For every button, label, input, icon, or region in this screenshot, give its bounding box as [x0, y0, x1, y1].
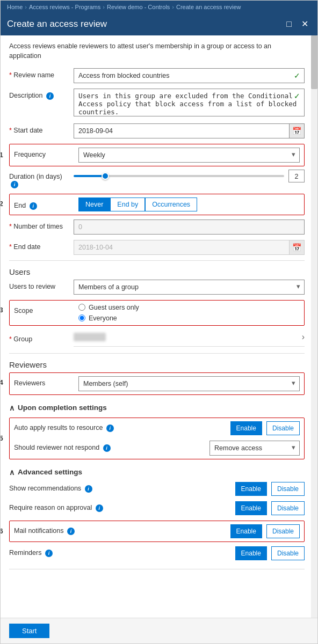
start-date-input-wrapper: 📅 — [74, 123, 305, 138]
reviewers-select[interactable]: Members (self) Selected users Group owne… — [78, 376, 300, 391]
show-rec-enable-button[interactable]: Enable — [235, 482, 267, 496]
duration-slider-track[interactable] — [74, 175, 284, 177]
scope-guest-radio[interactable] — [78, 304, 85, 311]
users-to-review-row: Users to review Members of a group Assig… — [9, 280, 305, 295]
reminders-disable-button[interactable]: Disable — [271, 546, 305, 560]
auto-apply-disable-button[interactable]: Disable — [266, 421, 300, 435]
should-reviewer-select[interactable]: Remove access Approve access Take recomm… — [209, 441, 300, 456]
intro-text: Access reviews enable reviewers to attes… — [9, 42, 305, 61]
mail-enable-button[interactable]: Enable — [230, 524, 262, 538]
breadcrumb-home[interactable]: Home — [7, 4, 23, 10]
start-date-calendar-icon[interactable]: 📅 — [290, 123, 305, 138]
reminders-info-icon[interactable]: i — [45, 550, 53, 557]
frequency-box: Frequency Weekly Daily Monthly Quarterly… — [9, 144, 305, 166]
end-section: 2 End i Never End by Occurrences — [9, 194, 305, 215]
scrollbar-thumb[interactable] — [311, 35, 317, 89]
duration-label: Duration (in days) i — [9, 170, 74, 188]
end-box: End i Never End by Occurrences — [9, 194, 305, 215]
review-name-row: * Review name ✓ — [9, 68, 305, 83]
bottom-divider — [9, 569, 305, 569]
frequency-select[interactable]: Weekly Daily Monthly Quarterly Annually — [78, 148, 300, 163]
minimize-button[interactable]: □ — [284, 18, 294, 30]
require-reason-info-icon[interactable]: i — [96, 504, 103, 512]
end-label: End i — [14, 199, 78, 210]
scrollbar-track — [311, 35, 317, 618]
reminders-label: Reminders i — [9, 549, 231, 557]
form-content: Access reviews enable reviewers to attes… — [1, 35, 317, 618]
end-occurrences-button[interactable]: Occurrences — [145, 197, 197, 211]
duration-info-icon[interactable]: i — [11, 181, 18, 188]
require-reason-row: Require reason on approval i Enable Disa… — [9, 501, 305, 515]
description-input[interactable]: Users in this group are excluded from th… — [74, 89, 305, 116]
page-title: Create an access review — [7, 19, 107, 30]
review-name-input-wrapper: ✓ — [74, 68, 305, 83]
reviewers-divider — [9, 353, 305, 354]
end-by-button[interactable]: End by — [110, 197, 145, 211]
advanced-header[interactable]: ∧ Advanced settings — [9, 468, 305, 477]
end-date-calendar-icon[interactable]: 📅 — [290, 240, 305, 255]
review-name-input[interactable] — [74, 68, 305, 83]
mail-notifications-row: Mail notifications i Enable Disable — [14, 524, 300, 538]
frequency-select-wrapper: Weekly Daily Monthly Quarterly Annually — [78, 148, 300, 163]
number-badge-4: 4 — [1, 379, 3, 386]
show-recommendations-info-icon[interactable]: i — [85, 485, 92, 493]
group-selector[interactable]: › — [74, 332, 305, 347]
end-date-row: * End date 📅 — [9, 240, 305, 255]
description-check-icon: ✓ — [294, 92, 300, 100]
should-reviewer-info-icon[interactable]: i — [103, 444, 111, 452]
close-button[interactable]: ✕ — [299, 18, 311, 30]
description-info-icon[interactable]: i — [46, 92, 54, 100]
start-date-field: 📅 — [74, 123, 305, 138]
end-never-button[interactable]: Never — [78, 197, 110, 211]
scope-everyone-label[interactable]: Everyone — [89, 314, 117, 322]
users-to-review-select[interactable]: Members of a group Assigned to an applic… — [74, 280, 305, 295]
breadcrumb-programs[interactable]: Access reviews - Programs — [29, 4, 100, 10]
start-button[interactable]: Start — [9, 624, 49, 638]
require-reason-enable-button[interactable]: Enable — [235, 501, 267, 515]
reminders-enable-button[interactable]: Enable — [235, 546, 267, 560]
description-row: Description i Users in this group are ex… — [9, 89, 305, 118]
require-reason-disable-button[interactable]: Disable — [271, 501, 305, 515]
should-reviewer-row: Should reviewer not respond i Remove acc… — [14, 441, 300, 456]
duration-slider-row: 2 — [74, 170, 305, 182]
breadcrumb-controls[interactable]: Review demo - Controls — [107, 4, 170, 10]
duration-slider-thumb[interactable] — [102, 172, 109, 180]
group-row: * Group › — [9, 332, 305, 347]
show-recommendations-label: Show recommendations i — [9, 485, 231, 493]
reminders-row: Reminders i Enable Disable — [9, 546, 305, 560]
end-row: End i Never End by Occurrences — [14, 197, 300, 211]
number-badge-1: 1 — [1, 151, 3, 159]
scope-guest-label[interactable]: Guest users only — [89, 304, 139, 311]
mail-notifications-label: Mail notifications i — [14, 527, 226, 535]
scope-row: Scope Guest users only Everyone — [14, 304, 300, 322]
scope-everyone-radio[interactable] — [78, 314, 85, 321]
number-badge-3: 3 — [1, 306, 3, 314]
reviewers-section: 4 Reviewers Members (self) Selected user… — [9, 372, 305, 395]
advanced-section: ∧ Advanced settings Show recommendations… — [9, 468, 305, 569]
start-date-row: * Start date 📅 — [9, 123, 305, 138]
mail-notifications-info-icon[interactable]: i — [67, 528, 75, 535]
end-info-icon[interactable]: i — [30, 202, 37, 210]
number-of-times-input[interactable] — [74, 219, 305, 235]
show-rec-disable-button[interactable]: Disable — [271, 482, 305, 496]
frequency-row: Frequency Weekly Daily Monthly Quarterly… — [14, 148, 300, 163]
group-chevron-icon[interactable]: › — [302, 332, 305, 342]
auto-apply-info-icon[interactable]: i — [106, 425, 114, 432]
mail-disable-button[interactable]: Disable — [266, 524, 300, 538]
mail-notifications-section: 6 Mail notifications i Enable Disable — [9, 521, 305, 542]
title-bar: Create an access review □ ✕ — [1, 13, 317, 35]
scope-guest-row: Guest users only — [78, 304, 300, 311]
duration-value: 2 — [288, 170, 305, 182]
require-reason-label: Require reason on approval i — [9, 504, 231, 512]
group-label: * Group — [9, 332, 74, 343]
end-buttons: Never End by Occurrences — [78, 197, 300, 211]
advanced-title: Advanced settings — [18, 468, 82, 476]
auto-apply-enable-button[interactable]: Enable — [230, 421, 262, 435]
scope-section: 3 Scope Guest users only — [9, 300, 305, 326]
completion-header[interactable]: ∧ Upon completion settings — [9, 404, 305, 412]
end-date-input-wrapper: 📅 — [74, 240, 305, 255]
frequency-section: 1 Frequency Weekly Daily Monthly Quarter… — [9, 144, 305, 166]
start-date-input[interactable] — [74, 123, 290, 138]
duration-row: Duration (in days) i 2 — [9, 170, 305, 188]
end-date-input[interactable] — [74, 240, 290, 255]
